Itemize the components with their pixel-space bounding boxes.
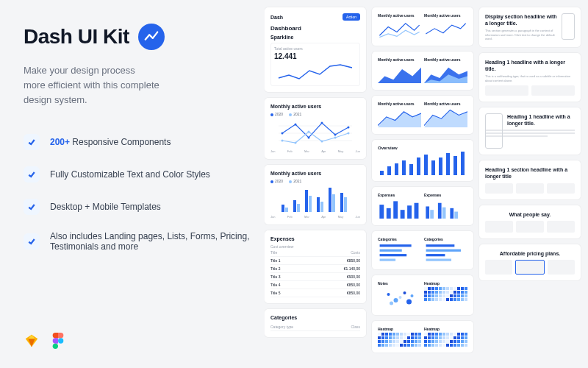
expenses-twin-panel[interactable]: Expenses Expenses xyxy=(372,187,473,225)
overview-bars xyxy=(378,150,467,175)
svg-rect-28 xyxy=(285,208,288,212)
svg-rect-38 xyxy=(344,197,347,212)
section-title: Affordable pricing plans. xyxy=(485,250,575,257)
check-icon xyxy=(24,166,40,183)
svg-point-8 xyxy=(53,344,58,349)
svg-rect-69 xyxy=(380,250,402,252)
testimonials-panel[interactable]: What people say. xyxy=(479,205,581,238)
svg-rect-50 xyxy=(424,155,428,175)
mau-twin-area2-panel[interactable]: Monthly active users Monthly active user… xyxy=(372,96,473,134)
svg-rect-47 xyxy=(402,160,406,175)
check-icon xyxy=(24,134,40,150)
svg-point-22 xyxy=(295,142,297,144)
mau-twin-area-panel[interactable]: Monthly active users Monthly active user… xyxy=(372,52,473,90)
svg-rect-68 xyxy=(380,244,412,247)
heatmap-grid xyxy=(424,333,467,347)
line-chart xyxy=(270,118,360,148)
figma-icon xyxy=(50,333,66,349)
svg-rect-46 xyxy=(395,163,398,175)
svg-rect-53 xyxy=(446,153,450,175)
brand-row: Dash UI Kit xyxy=(24,24,250,50)
svg-point-21 xyxy=(282,140,284,142)
svg-rect-10 xyxy=(58,333,61,338)
panel-title: Monthly active users xyxy=(270,104,360,109)
brand-subtitle: Make your design process more efficient … xyxy=(24,63,250,107)
svg-rect-44 xyxy=(380,171,384,175)
check-icon xyxy=(24,233,40,250)
svg-point-82 xyxy=(411,294,414,297)
svg-rect-48 xyxy=(409,164,413,175)
panel-title: Categories xyxy=(270,315,360,320)
feature-text: 200+ Responsive Components xyxy=(50,137,171,147)
svg-rect-51 xyxy=(431,160,435,175)
notes-heatmap-panel[interactable]: Notes Heatmap xyxy=(372,275,473,315)
mau-twin-line-panel[interactable]: Monthly active users Monthly active user… xyxy=(372,7,473,46)
landing-heading-panel[interactable]: Heading 1 headline with a longer title. … xyxy=(479,53,581,102)
svg-rect-63 xyxy=(430,210,434,219)
action-button[interactable]: Action xyxy=(343,13,360,21)
section-title: What people say. xyxy=(485,211,575,218)
phone-mockup-icon xyxy=(485,113,503,149)
sparkline-chart xyxy=(274,62,356,82)
placeholder-row xyxy=(485,85,575,96)
feature-item: 200+ Responsive Components xyxy=(24,134,250,150)
svg-point-23 xyxy=(308,131,310,133)
svg-point-80 xyxy=(406,300,412,305)
heatmap-dup-panel[interactable]: Heatmap Heatmap xyxy=(372,321,473,353)
svg-rect-30 xyxy=(297,204,300,212)
overview-panel[interactable]: Overview xyxy=(372,140,473,181)
svg-point-78 xyxy=(404,291,406,294)
svg-rect-36 xyxy=(332,194,335,212)
svg-point-26 xyxy=(348,132,350,135)
svg-rect-62 xyxy=(426,206,429,219)
svg-rect-11 xyxy=(55,338,58,343)
landing-section-panel[interactable]: Heading 1 section headline with a longer… xyxy=(479,160,581,199)
gallery-col-1: Dash Action Dashboard Sparkline Total ac… xyxy=(265,7,366,368)
categories-twin-panel[interactable]: Categories Categories xyxy=(372,231,473,269)
panel-title: Monthly active users xyxy=(270,171,360,176)
svg-rect-74 xyxy=(426,254,445,256)
svg-point-16 xyxy=(295,124,297,126)
svg-rect-66 xyxy=(450,208,453,219)
svg-point-7 xyxy=(58,338,63,343)
landing-hero-panel[interactable]: Display section headline with a longer t… xyxy=(479,7,581,47)
svg-rect-27 xyxy=(282,205,284,212)
lp-title: Heading 1 headline with a longer title. xyxy=(485,59,575,72)
placeholder-row xyxy=(485,260,575,275)
svg-point-24 xyxy=(321,141,323,143)
table-row: Title 2€1.140,00 xyxy=(270,265,360,273)
feature-text: Desktop + Mobile Templates xyxy=(50,202,161,212)
expenses-table: TitleCosts Title 1€850,00 Title 2€1.140,… xyxy=(270,249,360,297)
table-row: Title 5€850,00 xyxy=(270,289,360,297)
svg-point-77 xyxy=(394,298,398,302)
dashboard-panel[interactable]: Dash Action Dashboard Sparkline Total ac… xyxy=(265,7,366,92)
svg-rect-37 xyxy=(340,193,343,212)
svg-marker-39 xyxy=(378,68,421,83)
sketch-icon xyxy=(24,333,40,349)
svg-rect-59 xyxy=(401,210,405,219)
svg-rect-65 xyxy=(442,208,446,219)
marketing-panel: Dash UI Kit Make your design process mor… xyxy=(0,0,265,368)
svg-point-20 xyxy=(348,127,350,129)
svg-rect-64 xyxy=(438,203,442,219)
table-row: Title 3€900,00 xyxy=(270,273,360,281)
sparkline-title: Sparkline xyxy=(270,35,360,40)
sparkline-label: Total active users xyxy=(274,46,356,51)
svg-rect-33 xyxy=(317,197,320,212)
svg-rect-49 xyxy=(417,158,420,175)
landing-phone-panel[interactable]: Heading 1 headline with a longer title. xyxy=(479,107,581,155)
feature-text: Fully Customizable Text and Color Styles xyxy=(50,169,210,180)
mau-bar-panel[interactable]: Monthly active users 2020 2021 JanFebMar… xyxy=(265,165,366,224)
svg-rect-72 xyxy=(426,244,455,247)
categories-panel[interactable]: Categories Category typeClass xyxy=(265,309,366,337)
feature-list: 200+ Responsive Components Fully Customi… xyxy=(24,134,250,252)
pricing-panel[interactable]: Affordable pricing plans. xyxy=(479,244,581,280)
dashboard-heading: Dashboard xyxy=(270,25,360,32)
gallery-col-3: Display section headline with a longer t… xyxy=(479,7,581,368)
heatmap-grid xyxy=(424,287,467,301)
expenses-panel[interactable]: Expenses Cost overview TitleCosts Title … xyxy=(265,230,366,303)
feature-item: Desktop + Mobile Templates xyxy=(24,199,250,215)
mau-line-panel[interactable]: Monthly active users 2020 2021 JanFebMar… xyxy=(265,98,366,159)
svg-rect-73 xyxy=(426,250,461,252)
svg-rect-35 xyxy=(329,188,331,212)
